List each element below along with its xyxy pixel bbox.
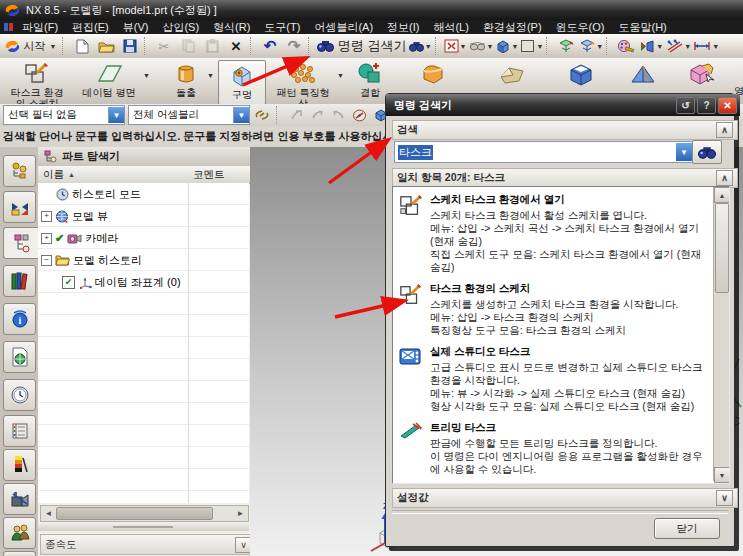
snap-handle-icon[interactable] (287, 106, 305, 124)
chevron-down-icon[interactable]: ▼ (207, 72, 214, 79)
menu-tools[interactable]: 도구(T) (257, 20, 307, 34)
menu-insert[interactable]: 삽입(S) (155, 20, 206, 34)
reuse-library-tab[interactable] (3, 265, 36, 297)
hole-button[interactable]: 구멍 (218, 60, 266, 105)
result-item[interactable]: 타스크 환경의 스케치 스케치를 생성하고 스케치 타스크 환경을 시작합니다.… (393, 276, 711, 339)
tree-row-model-views[interactable]: + 모델 뷰 (38, 205, 252, 227)
checkbox-checked-icon[interactable]: ✔ (62, 276, 75, 289)
menu-information[interactable]: 정보(I) (380, 20, 426, 34)
tree-row-model-history[interactable]: − 모델 히스토리 (38, 249, 252, 271)
result-item[interactable]: 스케치 타스크 환경에서 열기 스케치 타스크 환경에서 활성 스케치를 엽니다… (393, 187, 711, 276)
system-materials-tab[interactable] (3, 415, 36, 447)
menu-window[interactable]: 윈도우(O) (549, 20, 612, 34)
fit-view-button[interactable]: ▼ (444, 36, 467, 56)
dialog-help-button[interactable]: ? (697, 97, 716, 114)
pattern-feature-button[interactable]: 패턴 특징형상 (272, 61, 334, 109)
scroll-down-icon[interactable]: ▼ (714, 467, 730, 483)
copy-button[interactable] (177, 36, 199, 56)
datum-plane-button[interactable]: 데이텀 평면 (76, 61, 142, 98)
close-button[interactable]: 닫기 (654, 518, 720, 539)
search-results-list[interactable]: 스케치 타스크 환경에서 열기 스케치 타스크 환경에서 활성 스케치를 엽니다… (392, 186, 730, 484)
unite-button[interactable]: 결합 (350, 61, 390, 98)
menu-view[interactable]: 뷰(V) (116, 20, 156, 34)
draft-button[interactable] (630, 64, 656, 90)
chamfer-button[interactable] (498, 63, 526, 91)
menu-edit[interactable]: 편집(E) (65, 20, 116, 34)
chevron-down-icon[interactable]: ▼ (143, 72, 150, 79)
scroll-up-icon[interactable]: ▲ (714, 187, 730, 203)
dialog-titlebar[interactable]: 명령 검색기 ↺ ? ✕ (386, 94, 740, 116)
rendering-style-button[interactable]: ▼ (469, 36, 494, 56)
menu-assemblies[interactable]: 어셈블리(A) (307, 20, 380, 34)
menu-help[interactable]: 도움말(H) (611, 20, 673, 34)
snap-rotate-icon[interactable] (308, 106, 326, 124)
visual-reports-tab[interactable] (3, 483, 36, 515)
selection-scope-combo[interactable]: 전체 어셈블리 ▼ (128, 105, 250, 125)
history-tab[interactable] (3, 379, 36, 411)
roles-tab[interactable] (3, 517, 36, 549)
column-header-comment[interactable]: 코멘트 (188, 166, 254, 184)
results-group-header[interactable]: 일치 항목 20개: 타스크 ∧ (392, 168, 738, 188)
partial-tab[interactable] (3, 551, 36, 556)
menu-format[interactable]: 형식(R) (206, 20, 257, 34)
task-sketch-button[interactable]: 타스크 환경의 스케치 (6, 61, 68, 109)
constraint-navigator-tab[interactable] (3, 191, 36, 223)
display-style-button[interactable]: ▼ (520, 36, 543, 56)
chevron-expand-icon[interactable]: ∨ (716, 490, 733, 506)
assembly-navigator-tab[interactable] (3, 155, 36, 187)
selection-filter-combo[interactable]: 선택 필터 없음 ▼ (3, 105, 125, 125)
clip-work-section-button[interactable]: ▼ (579, 36, 603, 56)
extrude-button[interactable]: 돌출 (158, 61, 214, 98)
tree-row-history-mode[interactable]: 히스토리 모드 (38, 183, 267, 205)
search-group-header[interactable]: 검색 ∧ (392, 120, 738, 140)
undo-button[interactable]: ↶ (259, 36, 281, 56)
dialog-close-button[interactable]: ✕ (718, 97, 737, 114)
result-item[interactable]: 트리밍 타스크 판금에 수행할 모든 트리밍 타스크를 정의합니다. 이 명령은… (393, 415, 711, 478)
part-navigator-tab[interactable] (3, 227, 39, 259)
horizontal-scrollbar[interactable]: ◄ ► (40, 505, 249, 522)
tree-row-datum-csys[interactable]: ✔ 데이텀 좌표계 (0) (38, 271, 273, 293)
search-dropdown-button[interactable]: ▼ (409, 36, 432, 56)
delete-button[interactable]: ✕ (225, 36, 247, 56)
role-palette-button[interactable] (615, 36, 637, 56)
snap-move-icon[interactable] (329, 106, 347, 124)
command-finder-button[interactable]: 명령 검색기 (317, 36, 407, 56)
tree-row-cameras[interactable]: + ✔ 카메라 (38, 227, 252, 249)
expand-plus-icon[interactable]: + (41, 233, 52, 244)
menu-preferences[interactable]: 환경설정(P) (476, 20, 549, 34)
edge-blend-button[interactable] (420, 63, 446, 91)
dependencies-panel-header[interactable]: 종속도 ∨ (40, 534, 257, 555)
scroll-right-icon[interactable]: ► (233, 507, 248, 520)
web-browser-tab[interactable] (3, 341, 36, 373)
compass-icon[interactable] (350, 106, 368, 124)
new-file-button[interactable] (71, 36, 93, 56)
result-item[interactable]: 실제 스튜디오 타스크 고급 스튜디오 표시 모드로 변경하고 실제 스튜디오 … (393, 339, 711, 415)
orient-view-button[interactable]: ▼ (495, 36, 518, 56)
trim-body-button[interactable] (688, 62, 716, 92)
assembly-constraints-button[interactable]: ▼ (665, 36, 691, 56)
chain-link-icon[interactable] (253, 106, 271, 124)
clip-section-button[interactable] (555, 36, 577, 56)
column-header-name[interactable]: 이름 ▲ (38, 166, 194, 184)
expand-plus-icon[interactable]: + (41, 211, 52, 222)
result-item[interactable]: 트리밍 타스크 도우미 주어진 트리밍 프로파일을 따라 파트를 트리밍하는 데… (393, 478, 711, 484)
menu-analysis[interactable]: 해석(L) (426, 20, 475, 34)
chevron-down-icon[interactable]: ▼ (676, 143, 692, 161)
paste-button[interactable] (201, 36, 223, 56)
redo-button[interactable]: ↷ (283, 36, 305, 56)
scroll-left-icon[interactable]: ◄ (41, 507, 56, 520)
save-button[interactable] (119, 36, 141, 56)
chevron-down-icon[interactable]: ▼ (337, 72, 344, 79)
menu-file[interactable]: 파일(F) (15, 20, 65, 34)
search-input-combo[interactable]: 타스크 ▼ (394, 141, 693, 163)
chevron-collapse-icon[interactable]: ∧ (716, 170, 733, 186)
scrollbar-thumb[interactable] (715, 203, 729, 293)
start-menu-button[interactable]: 시작 ▼ (1, 36, 59, 56)
color-palette-tab[interactable] (3, 449, 36, 481)
open-file-button[interactable] (95, 36, 117, 56)
scrollbar-thumb[interactable] (56, 507, 213, 520)
panel-splitter[interactable] (38, 523, 249, 531)
run-search-button[interactable] (692, 140, 722, 164)
settings-group-header[interactable]: 설정값 ∨ (392, 488, 738, 508)
vertical-scrollbar[interactable]: ▲ ▼ (713, 187, 729, 481)
